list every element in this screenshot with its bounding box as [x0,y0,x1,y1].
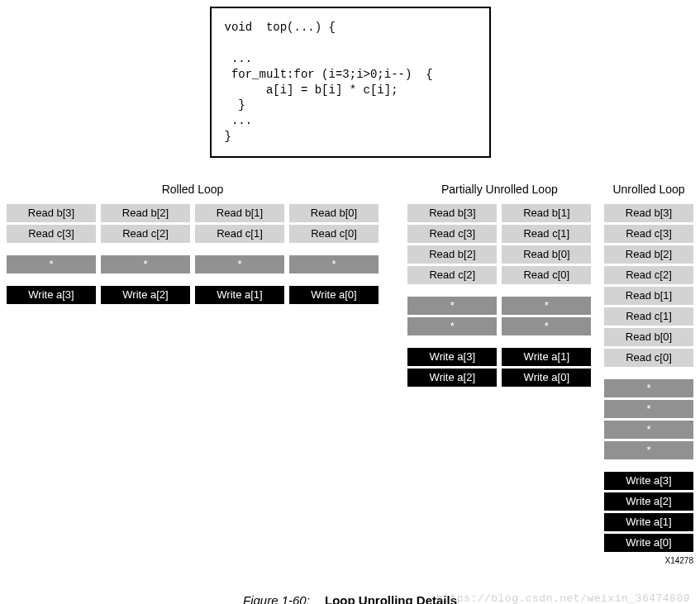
read-box: Read c[2] [407,266,497,284]
write-box: Write a[3] [604,472,693,490]
diagram-column: Read b[1]Read c[1]*Write a[1] [195,204,284,307]
op-multiply-box: * [604,379,693,397]
op-multiply-box: * [101,255,190,273]
unrolled-columns: Read b[3]Read c[3]Read b[2]Read c[2]Read… [604,204,693,554]
read-box: Read c[1] [604,307,693,326]
op-multiply-box: * [502,317,591,335]
op-multiply-box: * [195,255,284,273]
write-box: Write a[1] [604,513,693,531]
read-box: Read c[2] [101,225,190,243]
rolled-columns: Read b[3]Read c[3]*Write a[3]Read b[2]Re… [7,204,379,307]
read-box: Read b[3] [7,204,96,222]
read-box: Read b[3] [604,204,693,222]
caption-title: Loop Unrolling Details [325,593,457,604]
section-title-unrolled: Unrolled Loop [604,183,693,196]
op-multiply-box: * [604,441,693,459]
op-multiply-box: * [407,297,497,315]
read-box: Read c[1] [502,225,591,243]
diagram-column: Read b[3]Read c[3]*Write a[3] [7,204,96,307]
read-box: Read b[0] [502,245,591,264]
section-unrolled: Unrolled Loop Read b[3]Read c[3]Read b[2… [604,183,693,565]
write-box: Write a[1] [195,286,284,304]
op-multiply-box: * [604,421,693,439]
read-box: Read b[1] [502,204,591,222]
read-box: Read b[1] [195,204,284,222]
read-box: Read c[0] [604,349,693,367]
write-box: Write a[3] [7,286,96,304]
diagram-column: Read b[0]Read c[0]*Write a[0] [289,204,379,307]
figure-caption: Figure 1-60: Loop Unrolling Details [7,593,693,604]
write-box: Write a[0] [289,286,379,304]
read-box: Read c[0] [502,266,591,284]
diagram-column: Read b[3]Read c[3]Read b[2]Read c[2]**Wr… [407,204,497,389]
read-box: Read b[2] [407,245,497,264]
read-box: Read b[0] [604,328,693,346]
section-rolled: Rolled Loop Read b[3]Read c[3]*Write a[3… [7,183,379,307]
write-box: Write a[1] [502,348,591,366]
code-snippet: void top(...) { ... for_mult:for (i=3;i>… [210,7,491,158]
read-box: Read c[0] [289,225,379,243]
section-title-rolled: Rolled Loop [7,183,379,196]
op-multiply-box: * [502,297,591,315]
section-partial: Partially Unrolled Loop Read b[3]Read c[… [407,183,591,389]
read-box: Read b[2] [604,245,693,264]
write-box: Write a[3] [407,348,497,366]
write-box: Write a[2] [101,286,190,304]
partial-columns: Read b[3]Read c[3]Read b[2]Read c[2]**Wr… [407,204,591,389]
write-box: Write a[2] [407,369,497,387]
caption-label: Figure 1-60: [243,593,310,604]
op-multiply-box: * [289,255,379,273]
read-box: Read b[0] [289,204,379,222]
diagram-column: Read b[1]Read c[1]Read b[0]Read c[0]**Wr… [502,204,591,389]
figure-id: X14278 [604,556,693,565]
read-box: Read c[1] [195,225,284,243]
read-box: Read c[3] [604,225,693,243]
write-box: Write a[0] [604,534,693,552]
read-box: Read b[3] [407,204,497,222]
diagram-column: Read b[2]Read c[2]*Write a[2] [101,204,190,307]
op-multiply-box: * [604,400,693,418]
op-multiply-box: * [407,317,497,335]
read-box: Read c[2] [604,266,693,284]
diagram-sections: Rolled Loop Read b[3]Read c[3]*Write a[3… [7,183,693,565]
read-box: Read b[1] [604,287,693,305]
op-multiply-box: * [7,255,96,273]
read-box: Read c[3] [407,225,497,243]
read-box: Read b[2] [101,204,190,222]
write-box: Write a[0] [502,369,591,387]
read-box: Read c[3] [7,225,96,243]
section-title-partial: Partially Unrolled Loop [407,183,591,196]
diagram-column: Read b[3]Read c[3]Read b[2]Read c[2]Read… [604,204,693,554]
write-box: Write a[2] [604,492,693,511]
